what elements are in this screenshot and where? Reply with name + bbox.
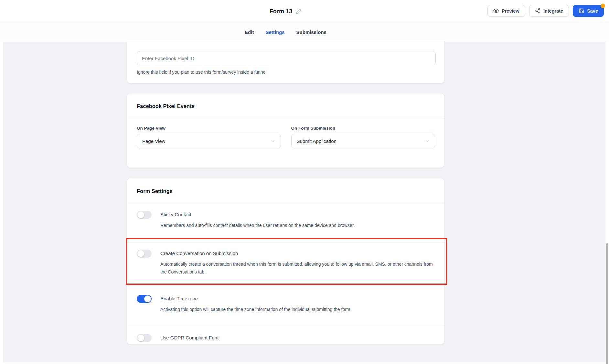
- page-title: Form 13: [270, 8, 293, 15]
- create-conversation-description: Automatically create a conversation thre…: [160, 260, 434, 276]
- row-text: Create Conversation on Submission Automa…: [160, 250, 434, 276]
- on-page-view-select[interactable]: Page View: [137, 134, 281, 148]
- row-text: Use GDPR Compliant Font: [160, 334, 219, 340]
- on-page-view-field: On Page View Page View: [137, 126, 281, 148]
- form-settings-card: Form Settings Sticky Contact Remembers a…: [127, 178, 444, 345]
- card-header: Facebook Pixel Events: [127, 93, 444, 119]
- enable-timezone-label: Enable Timezone: [160, 296, 350, 301]
- on-form-submission-field: On Form Submission Submit Application: [291, 126, 435, 148]
- integrate-label: Integrate: [543, 8, 563, 14]
- create-conversation-label: Create Conversation on Submission: [160, 251, 434, 256]
- header: Form 13 Preview Integrate: [0, 0, 609, 23]
- on-form-submission-label: On Form Submission: [291, 126, 435, 131]
- edit-title-pencil-icon[interactable]: [296, 9, 302, 15]
- chevron-down-icon: [271, 139, 275, 144]
- pixel-events-fields: On Page View Page View On Form Submissio…: [127, 119, 444, 148]
- preview-label: Preview: [502, 8, 519, 14]
- share-icon: [535, 8, 540, 14]
- eye-icon: [493, 8, 499, 14]
- create-conversation-row: Create Conversation on Submission Automa…: [127, 242, 444, 285]
- unsaved-changes-dot: [601, 4, 605, 8]
- gdpr-font-row: Use GDPR Compliant Font: [127, 325, 444, 354]
- chevron-down-icon: [425, 139, 430, 144]
- enable-timezone-row: Enable Timezone Activating this option w…: [127, 285, 444, 325]
- tabs: Edit Settings Submissions: [127, 23, 444, 41]
- row-text: Enable Timezone Activating this option w…: [160, 295, 350, 313]
- card-header: Form Settings: [127, 178, 444, 204]
- pixel-id-helper-text: Ignore this field if you plan to use thi…: [137, 70, 434, 75]
- save-label: Save: [587, 8, 598, 14]
- row-text: Sticky Contact Remembers and auto-fills …: [160, 211, 355, 229]
- save-button[interactable]: Save: [573, 5, 604, 17]
- create-conversation-toggle[interactable]: [137, 250, 152, 258]
- integrate-button[interactable]: Integrate: [529, 5, 569, 17]
- gdpr-font-toggle[interactable]: [137, 334, 152, 342]
- save-icon: [579, 8, 584, 14]
- on-form-submission-select[interactable]: Submit Application: [291, 134, 435, 148]
- tab-settings[interactable]: Settings: [265, 29, 284, 35]
- on-page-view-value: Page View: [142, 138, 165, 144]
- sticky-contact-row: Sticky Contact Remembers and auto-fills …: [127, 204, 444, 242]
- gdpr-font-label: Use GDPR Compliant Font: [160, 335, 219, 340]
- enable-timezone-toggle[interactable]: [137, 295, 152, 303]
- enable-timezone-description: Activating this option will capture the …: [160, 305, 350, 313]
- scrollbar-thumb[interactable]: [606, 243, 608, 364]
- facebook-pixel-id-input[interactable]: [137, 51, 436, 65]
- preview-button[interactable]: Preview: [487, 5, 525, 17]
- pixel-events-card-title: Facebook Pixel Events: [137, 103, 195, 109]
- facebook-pixel-events-card: Facebook Pixel Events On Page View Page …: [127, 93, 444, 168]
- header-actions: Preview Integrate Save: [487, 5, 604, 17]
- sticky-contact-label: Sticky Contact: [160, 212, 355, 217]
- tabbar: Edit Settings Submissions: [0, 23, 609, 41]
- tab-edit[interactable]: Edit: [245, 29, 254, 35]
- on-page-view-label: On Page View: [137, 126, 281, 131]
- tab-submissions[interactable]: Submissions: [296, 29, 326, 35]
- form-title-group: Form 13: [127, 0, 444, 23]
- facebook-pixel-id-card: Ignore this field if you plan to use thi…: [127, 41, 444, 83]
- on-form-submission-value: Submit Application: [297, 138, 337, 144]
- app-screen: Form 13 Preview Integrate: [0, 0, 609, 364]
- sticky-contact-toggle[interactable]: [137, 211, 152, 219]
- form-settings-card-title: Form Settings: [137, 188, 173, 194]
- sticky-contact-description: Remembers and auto-fills contact details…: [160, 221, 355, 229]
